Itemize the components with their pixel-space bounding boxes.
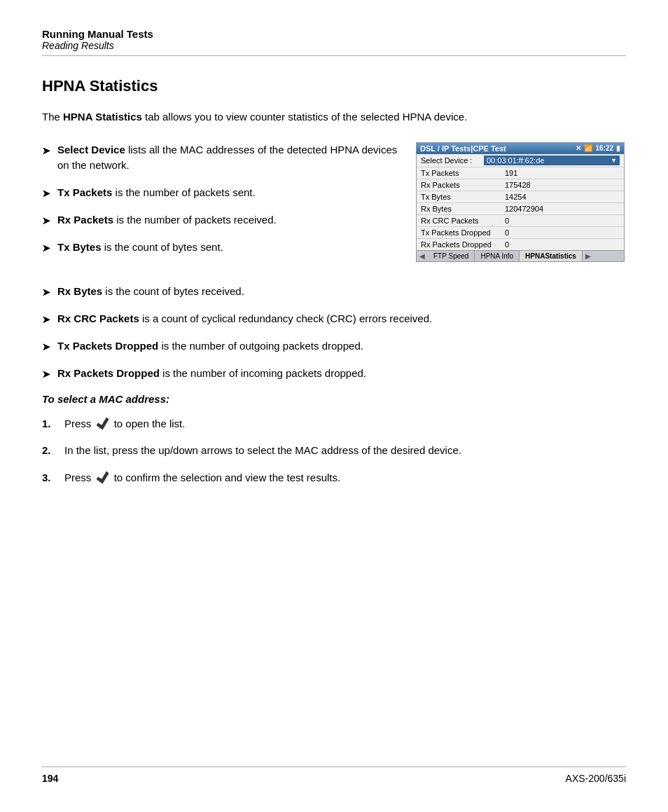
bullet-bold: Rx CRC Packets [57,312,139,324]
bullet-bold: Tx Packets [57,186,112,198]
row-value: 120472904 [505,205,620,213]
header-title: Running Manual Tests [42,28,626,40]
row-value: 175428 [505,181,620,189]
select-control[interactable]: 00:03:01:ff:62:de ▼ [484,156,620,165]
page-footer: 194 AXS-200/635i [42,766,626,784]
bullet-content: is the count of bytes received. [102,285,244,297]
bullet-content: is a count of cyclical redundancy check … [139,312,433,324]
bullet-arrow: ➤ [42,144,50,158]
row-label: Tx Packets [421,169,505,177]
header-subtitle: Reading Results [42,40,626,51]
list-item: ➤ Rx Packets is the number of packets re… [42,212,402,228]
tab-nav-right-icon[interactable]: ▶ [583,251,594,261]
bullet-text: Tx Bytes is the count of bytes sent. [57,240,402,256]
table-row: Rx Packets Dropped 0 [417,239,624,250]
intro-paragraph: The HPNA Statistics tab allows you to vi… [42,109,626,125]
close-icon: ✕ [576,144,581,152]
numbered-item: 1. Press to open the list. [42,416,626,432]
row-label: Rx Packets [421,181,505,189]
header-divider [42,55,626,56]
tab-hpna-info[interactable]: HPNA Info [475,251,520,261]
bullet-bold: Tx Bytes [57,241,102,253]
bullet-content: is the count of bytes sent. [102,241,223,253]
screenshot-section: DSL / IP Tests|CPE Test ✕ 📶 16:22 ▮ Sele… [416,142,626,267]
checkmark-icon [97,418,109,430]
bullet-list-section: ➤ Select Device lists all the MAC addres… [42,142,402,267]
bullet-text: Select Device lists all the MAC addresse… [57,142,402,174]
bullet-arrow: ➤ [42,186,50,201]
row-label: Tx Bytes [421,193,505,201]
header-section: Running Manual Tests Reading Results [42,28,626,56]
procedure-heading: To select a MAC address: [42,393,626,405]
table-row: Tx Bytes 14254 [417,191,624,203]
step-text: Press to open the list. [64,416,626,432]
table-row: Tx Packets Dropped 0 [417,227,624,239]
page-container: Running Manual Tests Reading Results HPN… [0,0,668,812]
bullet-arrow: ➤ [42,285,50,300]
bullet-text: Rx Packets is the number of packets rece… [57,212,402,228]
bullet-bold: Rx Packets [57,214,113,226]
intro-suffix: tab allows you to view counter statistic… [142,111,467,123]
content-layout: ➤ Select Device lists all the MAC addres… [42,142,626,267]
row-label: Tx Packets Dropped [421,228,505,237]
bullet-bold: Select Device [57,144,125,156]
bullet-bold: Rx Packets Dropped [57,367,160,379]
page-heading: HPNA Statistics [42,77,626,95]
table-row: Tx Packets 191 [417,167,624,179]
screenshot-tabs: ◀ FTP Speed HPNA Info HPNAStatistics ▶ [417,250,624,261]
titlebar-controls: ✕ 📶 16:22 ▮ [576,144,620,152]
screenshot-body: Select Device : 00:03:01:ff:62:de ▼ Tx P… [417,154,624,250]
list-item: ➤ Tx Packets Dropped is the number of ou… [42,338,626,355]
list-item: ➤ Select Device lists all the MAC addres… [42,142,402,174]
step-text: In the list, press the up/down arrows to… [64,443,626,459]
bullet-arrow: ➤ [42,214,50,228]
row-value: 0 [505,216,620,225]
list-item: ➤ Rx CRC Packets is a count of cyclical … [42,311,626,327]
row-value: 191 [505,169,620,177]
bullet-content: is the number of packets received. [113,214,277,226]
time-display: 16:22 [595,144,613,152]
step-number: 1. [42,416,56,432]
table-row: Rx Bytes 120472904 [417,203,624,215]
step-number: 3. [42,470,56,486]
signal-icon: 📶 [584,144,592,152]
page-number: 194 [42,773,58,784]
bullet-text: Rx CRC Packets is a count of cyclical re… [57,311,626,327]
table-row: Rx CRC Packets 0 [417,215,624,227]
titlebar-title: DSL / IP Tests|CPE Test [420,144,506,153]
bullet-content: is the number of outgoing packets droppe… [158,340,363,352]
select-label: Select Device : [421,156,484,165]
tab-hpna-statistics[interactable]: HPNAStatistics [520,251,583,261]
row-label: Rx Bytes [421,205,505,213]
row-value: 0 [505,228,620,237]
select-row: Select Device : 00:03:01:ff:62:de ▼ [417,154,624,167]
tab-nav-left-icon[interactable]: ◀ [417,251,428,261]
step-number: 2. [42,443,56,459]
row-value: 0 [505,240,620,249]
list-item: ➤ Tx Bytes is the count of bytes sent. [42,240,402,256]
bullet-text: Rx Bytes is the count of bytes received. [57,284,626,300]
list-item: ➤ Tx Packets is the number of packets se… [42,185,402,201]
screenshot-titlebar: DSL / IP Tests|CPE Test ✕ 📶 16:22 ▮ [417,143,624,154]
intro-prefix: The [42,111,63,123]
row-label: Rx Packets Dropped [421,240,505,249]
list-item: ➤ Rx Packets Dropped is the number of in… [42,366,626,382]
numbered-item: 2. In the list, press the up/down arrows… [42,443,626,459]
tab-ftp-speed[interactable]: FTP Speed [428,251,475,261]
checkmark-icon [97,472,109,484]
device-screenshot: DSL / IP Tests|CPE Test ✕ 📶 16:22 ▮ Sele… [416,142,625,262]
bullet-text: Tx Packets is the number of packets sent… [57,185,402,201]
list-item: ➤ Rx Bytes is the count of bytes receive… [42,284,626,300]
intro-bold: HPNA Statistics [63,111,142,123]
product-label: AXS-200/635i [566,773,626,784]
bullet-arrow: ➤ [42,241,50,256]
select-value: 00:03:01:ff:62:de [487,156,544,165]
row-label: Rx CRC Packets [421,216,505,225]
bullet-arrow: ➤ [42,367,50,382]
bullet-text: Tx Packets Dropped is the number of outg… [57,338,626,355]
bullet-arrow: ➤ [42,312,50,327]
row-value: 14254 [505,193,620,201]
bullet-arrow: ➤ [42,340,50,355]
numbered-item: 3. Press to confirm the selection and vi… [42,470,626,486]
bullet-bold: Tx Packets Dropped [57,340,158,352]
